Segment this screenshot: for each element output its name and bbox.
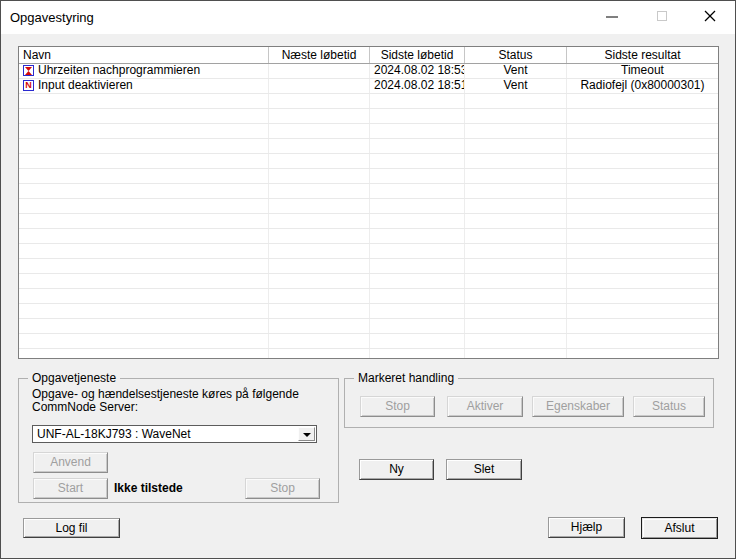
- task-name: Input deaktivieren: [38, 79, 133, 92]
- maximize-button: [645, 1, 679, 34]
- table-cell: [269, 139, 370, 153]
- table-row-empty: [19, 139, 718, 154]
- table-cell: [370, 154, 465, 168]
- commnode-server-value: UNF-AL-18KJ793 : WaveNet: [37, 426, 296, 442]
- table-cell: [269, 184, 370, 198]
- table-cell: [269, 319, 370, 333]
- table-cell: [19, 124, 269, 138]
- table-row-empty: [19, 289, 718, 304]
- table-cell: [19, 214, 269, 228]
- service-stop-button: Stop: [245, 478, 320, 499]
- table-cell: Timeout: [567, 64, 718, 78]
- dialog-opgavestyring: Opgavestyring NavnNæste løbetidSidste lø…: [0, 0, 736, 559]
- chevron-down-icon[interactable]: [298, 427, 315, 441]
- table-cell: [370, 184, 465, 198]
- table-cell: [370, 349, 465, 359]
- table-row[interactable]: Uhrzeiten nachprogrammieren2024.08.02 18…: [19, 64, 718, 79]
- table-cell: [370, 319, 465, 333]
- close-button[interactable]: [693, 1, 727, 34]
- task-list: NavnNæste løbetidSidste løbetidStatusSid…: [18, 46, 719, 359]
- table-cell: [567, 109, 718, 123]
- maximize-icon: [655, 9, 669, 26]
- marked-action-group-label: Markeret handling: [354, 371, 458, 385]
- table-cell: [465, 289, 567, 303]
- minimize-icon: [605, 9, 619, 26]
- table-cell: [269, 304, 370, 318]
- log-file-button[interactable]: Log fil: [23, 518, 120, 538]
- service-description-line2: CommNode Server:: [32, 401, 138, 414]
- table-cell: [567, 349, 718, 359]
- table-cell: [370, 139, 465, 153]
- table-cell: [567, 229, 718, 243]
- delete-task-button[interactable]: Slet: [446, 459, 522, 480]
- table-cell: [465, 199, 567, 213]
- table-row-empty: [19, 259, 718, 274]
- table-row-empty: [19, 169, 718, 184]
- help-button[interactable]: Hjælp: [548, 517, 625, 538]
- table-cell: NInput deaktivieren: [19, 79, 269, 93]
- table-cell: [269, 94, 370, 108]
- table-cell: [19, 184, 269, 198]
- table-cell: [567, 154, 718, 168]
- table-cell: [19, 244, 269, 258]
- table-cell: [465, 154, 567, 168]
- table-cell: [567, 244, 718, 258]
- minimize-button[interactable]: [595, 1, 629, 34]
- table-cell: [465, 184, 567, 198]
- column-header-0[interactable]: Navn: [19, 47, 269, 63]
- table-row-empty: [19, 274, 718, 289]
- column-header-2[interactable]: Sidste løbetid: [370, 47, 465, 63]
- task-service-group: Opgavetjeneste Opgave- og hændelsestjene…: [18, 378, 339, 503]
- service-status-text: Ikke tilstede: [114, 478, 183, 499]
- table-cell: [269, 214, 370, 228]
- table-cell: [567, 259, 718, 273]
- table-cell: [269, 64, 370, 78]
- column-header-1[interactable]: Næste løbetid: [269, 47, 370, 63]
- table-cell: [567, 139, 718, 153]
- table-cell: [19, 334, 269, 348]
- column-header-3[interactable]: Status: [465, 47, 567, 63]
- hourglass-icon: [23, 65, 34, 76]
- new-task-button[interactable]: Ny: [359, 459, 434, 480]
- table-cell: [269, 244, 370, 258]
- table-cell: [465, 214, 567, 228]
- table-cell: [465, 319, 567, 333]
- table-cell: [269, 334, 370, 348]
- exit-button[interactable]: Afslut: [641, 517, 718, 539]
- table-row-empty: [19, 334, 718, 349]
- table-cell: [19, 109, 269, 123]
- table-cell: Vent: [465, 79, 567, 93]
- table-cell: [465, 244, 567, 258]
- table-cell: [567, 169, 718, 183]
- table-cell: [567, 184, 718, 198]
- table-cell: [269, 124, 370, 138]
- table-cell: [269, 199, 370, 213]
- table-cell: [269, 229, 370, 243]
- table-cell: [269, 274, 370, 288]
- table-cell: [19, 274, 269, 288]
- table-cell: [465, 274, 567, 288]
- table-cell: [465, 139, 567, 153]
- table-cell: [465, 109, 567, 123]
- table-cell: 2024.08.02 18:53: [370, 64, 465, 78]
- table-cell: [19, 319, 269, 333]
- table-row-empty: [19, 349, 718, 359]
- table-cell: [19, 169, 269, 183]
- table-row[interactable]: NInput deaktivieren2024.08.02 18:51VentR…: [19, 79, 718, 94]
- table-row-empty: [19, 109, 718, 124]
- table-cell: [269, 289, 370, 303]
- action-stop-button: Stop: [360, 396, 435, 417]
- table-cell: [370, 304, 465, 318]
- action-activate-button: Aktiver: [447, 396, 523, 417]
- apply-button: Anvend: [33, 452, 108, 473]
- commnode-server-select[interactable]: UNF-AL-18KJ793 : WaveNet: [32, 425, 317, 443]
- table-cell: [465, 124, 567, 138]
- task-service-group-label: Opgavetjeneste: [28, 371, 120, 385]
- table-cell: [269, 349, 370, 359]
- column-header-4[interactable]: Sidste resultat: [567, 47, 718, 63]
- table-cell: [370, 334, 465, 348]
- table-cell: [370, 169, 465, 183]
- table-row-empty: [19, 214, 718, 229]
- tasklist-body: Uhrzeiten nachprogrammieren2024.08.02 18…: [19, 64, 718, 359]
- titlebar: Opgavestyring: [1, 1, 735, 34]
